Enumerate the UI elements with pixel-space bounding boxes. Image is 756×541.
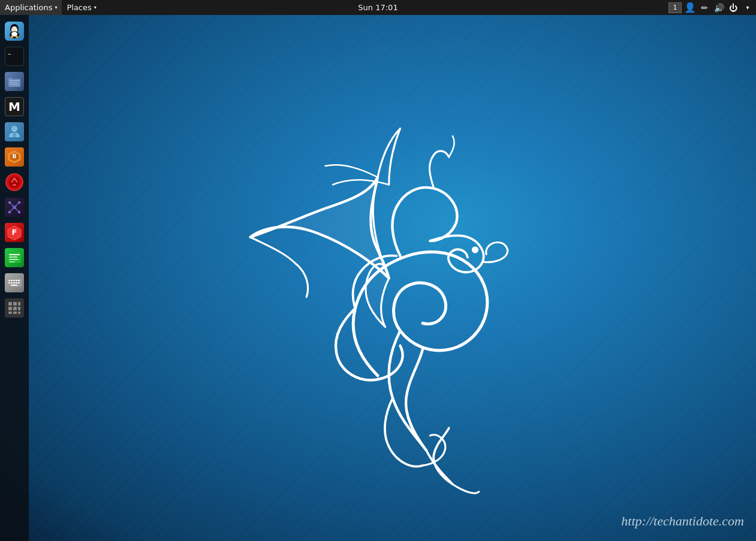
- pen-icon[interactable]: ✏: [698, 2, 710, 14]
- svg-rect-10: [11, 36, 13, 38]
- svg-rect-18: [13, 132, 16, 137]
- svg-rect-52: [18, 282, 20, 283]
- panel-left: Applications ▾ Places ▾: [0, 0, 668, 15]
- top-panel: Applications ▾ Places ▾ Sun 17:01 1 👤 ✏ …: [0, 0, 756, 15]
- svg-line-33: [10, 207, 14, 212]
- dock-item-metasploit[interactable]: M: [3, 95, 26, 118]
- dock-item-burpsuite[interactable]: B: [3, 146, 26, 168]
- dock-sidebar: _ M: [0, 15, 29, 541]
- maltego-icon: [6, 199, 23, 216]
- burpsuite-icon: B: [7, 149, 22, 165]
- svg-rect-39: [9, 256, 17, 258]
- dock-item-fern[interactable]: F: [3, 221, 26, 244]
- dock-item-person[interactable]: [3, 120, 26, 143]
- volume-icon[interactable]: 🔊: [713, 2, 725, 14]
- system-arrow-icon[interactable]: ▾: [742, 2, 754, 14]
- clock-text: Sun 17:01: [358, 3, 397, 12]
- svg-rect-43: [8, 280, 10, 281]
- watermark: http://techantidote.com: [621, 513, 744, 529]
- svg-rect-14: [10, 82, 17, 83]
- svg-rect-40: [9, 259, 19, 260]
- dock-item-tux[interactable]: [3, 20, 26, 43]
- svg-rect-58: [13, 307, 17, 310]
- svg-rect-47: [18, 280, 20, 281]
- clock-display: Sun 17:01: [358, 3, 397, 12]
- svg-line-31: [10, 203, 14, 207]
- svg-rect-60: [8, 312, 12, 314]
- terminal-prompt: _: [8, 49, 11, 55]
- svg-rect-48: [8, 282, 10, 283]
- svg-rect-55: [13, 302, 17, 306]
- svg-point-17: [13, 127, 16, 131]
- svg-point-4: [11, 32, 17, 37]
- svg-rect-56: [18, 302, 20, 306]
- svg-rect-51: [16, 282, 17, 283]
- svg-point-19: [13, 128, 14, 129]
- power-icon[interactable]: ⏻: [727, 2, 739, 14]
- svg-rect-54: [8, 302, 12, 306]
- applications-label: Applications: [5, 3, 52, 12]
- svg-rect-45: [13, 280, 15, 281]
- dock-item-keyboard[interactable]: [3, 271, 26, 294]
- files-icon: [7, 74, 22, 89]
- green-app-icon: [6, 249, 23, 266]
- svg-point-9: [13, 29, 16, 31]
- svg-line-32: [14, 203, 19, 207]
- places-menu[interactable]: Places ▾: [62, 0, 101, 15]
- svg-text:B: B: [13, 153, 17, 159]
- svg-rect-57: [8, 307, 12, 310]
- svg-rect-44: [11, 280, 13, 281]
- red-circle-icon: [5, 173, 24, 192]
- dock-item-greenapp[interactable]: [3, 246, 26, 269]
- svg-line-34: [14, 207, 19, 212]
- watermark-text: http://techantidote.com: [621, 513, 744, 528]
- dock-item-files[interactable]: [3, 70, 26, 93]
- dock-item-terminal[interactable]: _: [3, 45, 26, 68]
- svg-rect-13: [10, 80, 19, 81]
- desktop: http://techantidote.com: [0, 15, 756, 541]
- svg-rect-50: [13, 282, 15, 283]
- people-icon[interactable]: 👤: [684, 2, 696, 14]
- dock-item-maltego[interactable]: [3, 196, 26, 219]
- svg-rect-61: [13, 312, 17, 314]
- svg-rect-38: [9, 254, 20, 255]
- svg-rect-41: [9, 261, 15, 262]
- workspace-button[interactable]: 1: [668, 2, 682, 13]
- svg-point-8: [16, 28, 16, 28]
- person-icon: [7, 124, 22, 140]
- svg-text:F: F: [12, 228, 17, 237]
- dock-item-redapp[interactable]: [3, 171, 26, 194]
- dragon-svg: [168, 61, 618, 510]
- panel-right: 1 👤 ✏ 🔊 ⏻ ▾: [668, 2, 756, 14]
- places-arrow-icon: ▾: [94, 5, 97, 10]
- keyboard-icon: [6, 274, 23, 291]
- svg-rect-15: [10, 84, 18, 84]
- svg-rect-49: [11, 282, 13, 283]
- svg-point-20: [15, 128, 16, 129]
- kali-dragon-logo: [29, 30, 756, 541]
- svg-rect-46: [16, 280, 17, 281]
- fern-icon: F: [6, 224, 23, 241]
- svg-rect-53: [11, 285, 17, 286]
- svg-point-7: [12, 28, 13, 28]
- svg-rect-11: [16, 36, 18, 38]
- applications-menu[interactable]: Applications ▾: [0, 0, 62, 15]
- svg-rect-62: [18, 312, 20, 314]
- svg-rect-59: [18, 307, 20, 310]
- tux-icon: [6, 23, 23, 40]
- workspace-number: 1: [673, 4, 677, 11]
- places-label: Places: [67, 3, 91, 12]
- applications-arrow-icon: ▾: [55, 5, 57, 10]
- dock-item-grid[interactable]: [3, 297, 26, 319]
- svg-point-0: [472, 247, 478, 253]
- grid-icon: [7, 300, 22, 316]
